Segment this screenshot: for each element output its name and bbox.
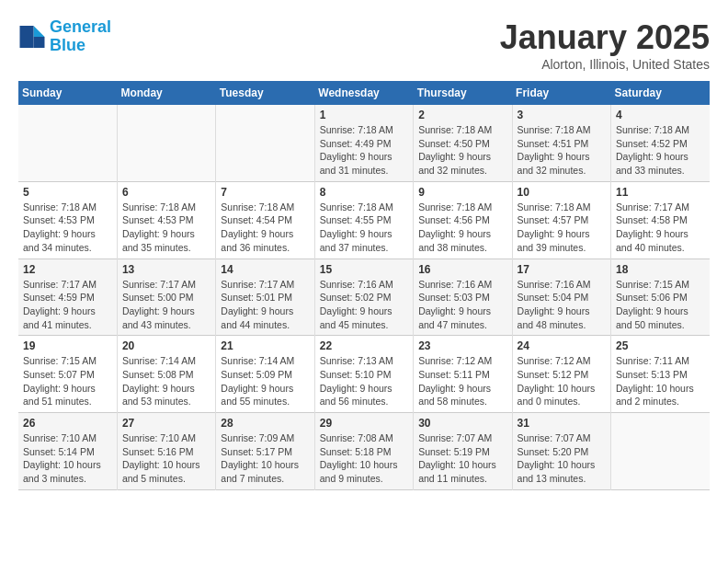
cell-content: Sunrise: 7:16 AMSunset: 5:04 PMDaylight:…: [518, 278, 606, 332]
logo-name: General Blue: [50, 18, 111, 55]
calendar-cell: 24Sunrise: 7:12 AMSunset: 5:12 PMDayligh…: [512, 336, 610, 413]
cell-content: Sunrise: 7:17 AMSunset: 5:01 PMDaylight:…: [221, 278, 309, 332]
day-number: 1: [320, 109, 408, 121]
calendar-cell: 4Sunrise: 7:18 AMSunset: 4:52 PMDaylight…: [611, 105, 710, 181]
cell-content: Sunrise: 7:09 AMSunset: 5:17 PMDaylight:…: [221, 431, 309, 486]
day-number: 16: [418, 263, 506, 276]
day-number: 6: [122, 186, 210, 199]
calendar-cell: 27Sunrise: 7:10 AMSunset: 5:16 PMDayligh…: [117, 413, 215, 490]
header-row: SundayMondayTuesdayWednesdayThursdayFrid…: [18, 81, 710, 105]
day-number: 12: [23, 263, 112, 276]
day-number: 8: [320, 186, 408, 199]
day-number: 28: [221, 417, 309, 430]
svg-rect-2: [20, 26, 34, 48]
logo-icon: [18, 23, 46, 51]
cell-content: Sunrise: 7:18 AMSunset: 4:53 PMDaylight:…: [122, 201, 210, 255]
day-number: 23: [418, 339, 506, 352]
title-area: January 2025 Alorton, Illinois, United S…: [500, 18, 710, 72]
calendar-cell: 11Sunrise: 7:17 AMSunset: 4:58 PMDayligh…: [611, 181, 710, 259]
cell-content: Sunrise: 7:07 AMSunset: 5:19 PMDaylight:…: [418, 431, 506, 486]
cell-content: Sunrise: 7:12 AMSunset: 5:12 PMDaylight:…: [518, 354, 606, 408]
cell-content: Sunrise: 7:18 AMSunset: 4:55 PMDaylight:…: [320, 201, 408, 255]
cell-content: Sunrise: 7:18 AMSunset: 4:53 PMDaylight:…: [23, 201, 112, 255]
calendar-cell: 19Sunrise: 7:15 AMSunset: 5:07 PMDayligh…: [18, 336, 117, 413]
header-cell-friday: Friday: [512, 81, 610, 105]
cell-content: Sunrise: 7:17 AMSunset: 4:58 PMDaylight:…: [616, 201, 705, 255]
day-number: 3: [518, 109, 606, 121]
day-number: 31: [518, 417, 606, 430]
week-row-1: 1Sunrise: 7:18 AMSunset: 4:49 PMDaylight…: [18, 105, 710, 181]
cell-content: Sunrise: 7:08 AMSunset: 5:18 PMDaylight:…: [320, 431, 408, 486]
week-row-5: 26Sunrise: 7:10 AMSunset: 5:14 PMDayligh…: [18, 413, 710, 490]
day-number: 21: [221, 339, 309, 352]
calendar-cell: 26Sunrise: 7:10 AMSunset: 5:14 PMDayligh…: [18, 413, 117, 490]
cell-content: Sunrise: 7:18 AMSunset: 4:57 PMDaylight:…: [518, 201, 606, 255]
day-number: 30: [418, 417, 506, 430]
svg-marker-0: [34, 26, 45, 37]
day-number: 13: [122, 263, 210, 276]
day-number: 17: [518, 263, 606, 276]
calendar-cell: 25Sunrise: 7:11 AMSunset: 5:13 PMDayligh…: [611, 336, 710, 413]
calendar-cell: [117, 105, 215, 181]
calendar-cell: 6Sunrise: 7:18 AMSunset: 4:53 PMDaylight…: [117, 181, 215, 259]
day-number: 27: [122, 417, 210, 430]
cell-content: Sunrise: 7:13 AMSunset: 5:10 PMDaylight:…: [320, 354, 408, 408]
calendar-cell: 12Sunrise: 7:17 AMSunset: 4:59 PMDayligh…: [18, 259, 117, 336]
header-cell-tuesday: Tuesday: [216, 81, 314, 105]
day-number: 2: [418, 109, 506, 121]
calendar-cell: 21Sunrise: 7:14 AMSunset: 5:09 PMDayligh…: [216, 336, 314, 413]
header-cell-sunday: Sunday: [18, 81, 117, 105]
day-number: 10: [518, 186, 606, 199]
day-number: 9: [418, 186, 506, 199]
calendar-cell: 31Sunrise: 7:07 AMSunset: 5:20 PMDayligh…: [512, 413, 610, 490]
day-number: 25: [616, 339, 705, 352]
cell-content: Sunrise: 7:12 AMSunset: 5:11 PMDaylight:…: [418, 354, 506, 408]
calendar-cell: 16Sunrise: 7:16 AMSunset: 5:03 PMDayligh…: [414, 259, 512, 336]
cell-content: Sunrise: 7:17 AMSunset: 5:00 PMDaylight:…: [122, 278, 210, 332]
day-number: 20: [122, 339, 210, 352]
calendar-cell: 22Sunrise: 7:13 AMSunset: 5:10 PMDayligh…: [314, 336, 413, 413]
calendar-cell: 14Sunrise: 7:17 AMSunset: 5:01 PMDayligh…: [216, 259, 314, 336]
cell-content: Sunrise: 7:10 AMSunset: 5:16 PMDaylight:…: [122, 431, 210, 486]
calendar-cell: 23Sunrise: 7:12 AMSunset: 5:11 PMDayligh…: [414, 336, 512, 413]
calendar-cell: 5Sunrise: 7:18 AMSunset: 4:53 PMDaylight…: [18, 181, 117, 259]
cell-content: Sunrise: 7:15 AMSunset: 5:07 PMDaylight:…: [23, 354, 112, 408]
cell-content: Sunrise: 7:18 AMSunset: 4:52 PMDaylight:…: [616, 123, 705, 178]
day-number: 15: [320, 263, 408, 276]
cell-content: Sunrise: 7:16 AMSunset: 5:03 PMDaylight:…: [418, 278, 506, 332]
logo: General Blue: [18, 18, 111, 55]
calendar-cell: 30Sunrise: 7:07 AMSunset: 5:19 PMDayligh…: [414, 413, 512, 490]
cell-content: Sunrise: 7:17 AMSunset: 4:59 PMDaylight:…: [23, 278, 112, 332]
calendar-cell: 15Sunrise: 7:16 AMSunset: 5:02 PMDayligh…: [314, 259, 413, 336]
cell-content: Sunrise: 7:18 AMSunset: 4:49 PMDaylight:…: [320, 123, 408, 178]
calendar-cell: 7Sunrise: 7:18 AMSunset: 4:54 PMDaylight…: [216, 181, 314, 259]
cell-content: Sunrise: 7:07 AMSunset: 5:20 PMDaylight:…: [518, 431, 606, 486]
day-number: 7: [221, 186, 309, 199]
calendar-cell: 8Sunrise: 7:18 AMSunset: 4:55 PMDaylight…: [314, 181, 413, 259]
page-header: General Blue January 2025 Alorton, Illin…: [18, 18, 710, 72]
calendar-subtitle: Alorton, Illinois, United States: [500, 57, 710, 72]
calendar-cell: 3Sunrise: 7:18 AMSunset: 4:51 PMDaylight…: [512, 105, 610, 181]
cell-content: Sunrise: 7:14 AMSunset: 5:08 PMDaylight:…: [122, 354, 210, 408]
day-number: 26: [23, 417, 112, 430]
cell-content: Sunrise: 7:16 AMSunset: 5:02 PMDaylight:…: [320, 278, 408, 332]
week-row-3: 12Sunrise: 7:17 AMSunset: 4:59 PMDayligh…: [18, 259, 710, 336]
day-number: 22: [320, 339, 408, 352]
calendar-cell: 2Sunrise: 7:18 AMSunset: 4:50 PMDaylight…: [414, 105, 512, 181]
calendar-cell: 20Sunrise: 7:14 AMSunset: 5:08 PMDayligh…: [117, 336, 215, 413]
header-cell-saturday: Saturday: [611, 81, 710, 105]
calendar-cell: [611, 413, 710, 490]
calendar-cell: 1Sunrise: 7:18 AMSunset: 4:49 PMDaylight…: [314, 105, 413, 181]
cell-content: Sunrise: 7:18 AMSunset: 4:54 PMDaylight:…: [221, 201, 309, 255]
cell-content: Sunrise: 7:15 AMSunset: 5:06 PMDaylight:…: [616, 278, 705, 332]
cell-content: Sunrise: 7:10 AMSunset: 5:14 PMDaylight:…: [23, 431, 112, 486]
header-cell-thursday: Thursday: [414, 81, 512, 105]
cell-content: Sunrise: 7:18 AMSunset: 4:50 PMDaylight:…: [418, 123, 506, 178]
calendar-cell: 18Sunrise: 7:15 AMSunset: 5:06 PMDayligh…: [611, 259, 710, 336]
header-cell-monday: Monday: [117, 81, 215, 105]
calendar-body: 1Sunrise: 7:18 AMSunset: 4:49 PMDaylight…: [18, 105, 710, 489]
calendar-cell: [216, 105, 314, 181]
day-number: 19: [23, 339, 112, 352]
calendar-cell: 13Sunrise: 7:17 AMSunset: 5:00 PMDayligh…: [117, 259, 215, 336]
week-row-4: 19Sunrise: 7:15 AMSunset: 5:07 PMDayligh…: [18, 336, 710, 413]
